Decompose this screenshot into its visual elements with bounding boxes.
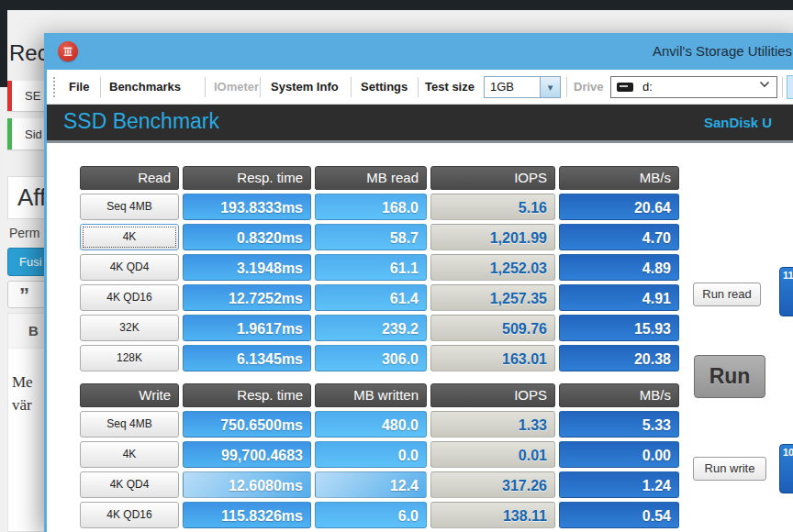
mb-cell: 0.0 xyxy=(315,441,427,468)
run-read-button[interactable]: Run read xyxy=(693,283,761,306)
resp-time-cell: 3.1948ms xyxy=(183,254,311,281)
drive-label: Drive xyxy=(574,76,604,98)
drive-icon xyxy=(617,83,633,92)
mb-cell: 61.4 xyxy=(315,284,427,311)
run-write-button[interactable]: Run write xyxy=(693,457,766,481)
read-score-box: 11 xyxy=(779,267,793,316)
benchmark-header: SSD Benchmark SanDisk U xyxy=(47,105,793,143)
iops-cell: 0.01 xyxy=(430,441,555,468)
row-label-button[interactable]: 32K xyxy=(80,315,179,341)
iops-cell: 1,252.03 xyxy=(430,254,555,281)
menu-separator xyxy=(351,77,352,97)
write-score-box: 10 xyxy=(779,444,793,493)
menu-separator xyxy=(566,77,567,97)
drive-value: d: xyxy=(637,77,759,97)
resp-time-cell: 750.6500ms xyxy=(183,411,311,438)
iops-cell: 138.11 xyxy=(430,502,555,528)
resp-time-cell: 99,700.4683 xyxy=(183,441,311,468)
row-label-button[interactable]: 4K QD4 xyxy=(80,254,179,281)
menu-separator xyxy=(260,77,261,97)
window-title: Anvil's Storage Utilities 1.1.0 (2014-Ja… xyxy=(653,33,793,70)
mbs-cell: 4.70 xyxy=(559,224,679,250)
mbs-cell: 0.54 xyxy=(559,502,679,528)
test-size-value: 1GB xyxy=(485,77,540,97)
mbs-cell: 5.33 xyxy=(559,411,679,438)
resp-time-cell: 0.8320ms xyxy=(183,224,311,250)
editor-text: Me vär xyxy=(8,349,47,416)
iops-cell: 1.33 xyxy=(430,411,555,438)
anvil-app-window: Anvil's Storage Utilities 1.1.0 (2014-Ja… xyxy=(44,33,793,532)
menu-separator xyxy=(782,77,783,97)
resp-time-cell: 1.9617ms xyxy=(183,315,311,341)
test-size-select[interactable]: 1GB ▾ xyxy=(484,76,561,98)
menu-settings[interactable]: Settings xyxy=(361,76,408,98)
menu-system-info[interactable]: System Info xyxy=(271,76,339,98)
browser-top-bar xyxy=(0,0,793,10)
editor-line: Me xyxy=(12,371,47,393)
resp-time-cell: 115.8326ms xyxy=(183,502,311,528)
row-label-button[interactable]: Seq 4MB xyxy=(80,411,179,438)
column-header: MB/s xyxy=(559,166,679,190)
admin-sidebar-edge xyxy=(0,10,7,87)
mb-cell: 168.0 xyxy=(315,194,427,220)
menu-file[interactable]: File xyxy=(69,76,89,98)
iops-cell: 1,257.35 xyxy=(430,284,555,311)
menu-bar: File Benchmarks IOmeter System Info Sett… xyxy=(47,70,793,105)
editor-line: vär xyxy=(12,393,47,416)
test-size-label: Test size xyxy=(425,76,475,98)
run-button[interactable]: Run xyxy=(694,355,765,398)
bold-button[interactable]: B xyxy=(8,314,47,349)
column-header: MB/s xyxy=(559,383,679,407)
column-header: Write xyxy=(80,383,179,407)
menu-separator xyxy=(100,77,101,97)
green-notice-box: Sid xyxy=(7,118,48,150)
post-title-field[interactable]: Aff xyxy=(7,176,48,219)
editor-panel: B Me vär xyxy=(7,313,48,532)
row-label-button[interactable]: 4K xyxy=(80,224,179,250)
row-label-button[interactable]: 4K QD4 xyxy=(80,471,179,498)
mbs-cell: 0.00 xyxy=(559,441,679,468)
mbs-cell: 20.38 xyxy=(559,345,679,371)
column-header: Read xyxy=(80,166,179,190)
mb-cell: 6.0 xyxy=(315,502,427,528)
menu-separator xyxy=(418,77,419,97)
mbs-cell: 1.24 xyxy=(559,471,679,498)
drive-select[interactable]: d: xyxy=(610,76,777,98)
background-blue-button[interactable]: Fusi xyxy=(7,248,48,276)
resp-time-cell: 12.6080ms xyxy=(183,471,311,498)
dropdown-arrow-icon[interactable]: ▾ xyxy=(540,77,560,97)
background-page-heading: Rec xyxy=(9,40,49,66)
menu-separator xyxy=(205,77,206,97)
permalink-label: Perm xyxy=(9,226,39,240)
resp-time-cell: 6.1345ms xyxy=(183,345,311,371)
window-titlebar[interactable]: Anvil's Storage Utilities 1.1.0 (2014-Ja… xyxy=(47,33,793,70)
mbs-cell: 20.64 xyxy=(559,194,679,220)
menu-iometer: IOmeter xyxy=(214,76,259,98)
row-label-button[interactable]: 4K QD16 xyxy=(80,502,179,528)
column-header: IOPS xyxy=(430,383,555,407)
iops-cell: 163.01 xyxy=(430,345,555,371)
row-label-button[interactable]: 4K xyxy=(80,441,179,468)
iops-cell: 1,201.99 xyxy=(430,224,555,250)
read-results-table: ReadResp. timeMB readIOPSMB/sSeq 4MB193.… xyxy=(80,166,679,371)
column-header: MB read xyxy=(315,166,427,190)
green-notice-text: Sid xyxy=(25,127,42,141)
anvil-icon-glyph xyxy=(61,45,74,58)
row-label-button[interactable]: Seq 4MB xyxy=(80,194,179,220)
device-name: SanDisk U xyxy=(704,115,772,130)
quote-icon[interactable]: ” xyxy=(7,281,48,308)
iops-cell: 317.26 xyxy=(430,471,555,498)
column-header: MB written xyxy=(315,383,427,407)
row-label-button[interactable]: 128K xyxy=(80,345,179,371)
mb-cell: 480.0 xyxy=(315,411,427,438)
resp-time-cell: 12.7252ms xyxy=(183,284,311,311)
chevron-down-icon[interactable] xyxy=(759,81,770,88)
toolbar-grip[interactable] xyxy=(53,77,55,97)
app-icon xyxy=(58,41,78,61)
column-header: Resp. time xyxy=(183,166,311,190)
row-label-button[interactable]: 4K QD16 xyxy=(80,284,179,311)
menu-benchmarks[interactable]: Benchmarks xyxy=(109,76,181,98)
menu-overflow-item[interactable]: S xyxy=(787,75,793,99)
iops-cell: 509.76 xyxy=(430,315,555,341)
mbs-cell: 4.89 xyxy=(559,254,679,281)
